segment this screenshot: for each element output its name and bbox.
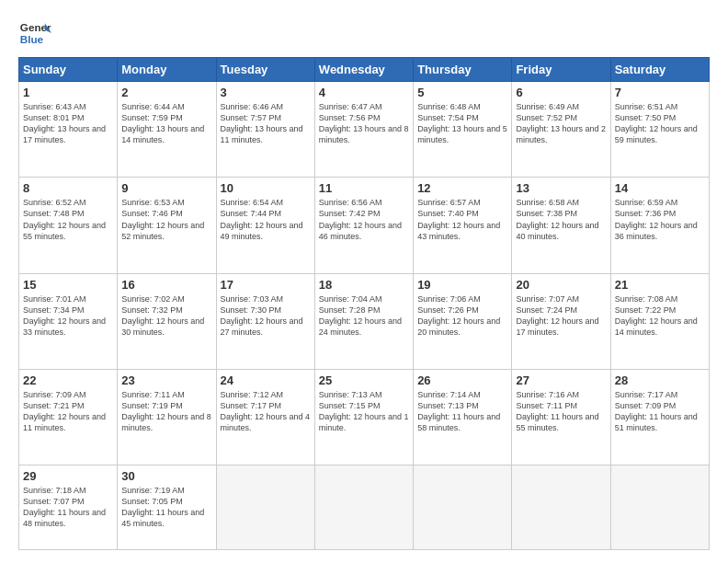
day-info: Sunrise: 6:54 AMSunset: 7:44 PMDaylight:… — [221, 198, 303, 240]
day-info: Sunrise: 7:09 AMSunset: 7:21 PMDaylight:… — [23, 390, 106, 432]
calendar-week-5: 29 Sunrise: 7:18 AMSunset: 7:07 PMDaylig… — [19, 465, 710, 550]
day-info: Sunrise: 6:44 AMSunset: 7:59 PMDaylight:… — [121, 102, 204, 144]
calendar-week-2: 8 Sunrise: 6:52 AMSunset: 7:48 PMDayligh… — [19, 178, 710, 273]
calendar-cell: 13 Sunrise: 6:58 AMSunset: 7:38 PMDaylig… — [512, 178, 610, 273]
day-number: 21 — [615, 278, 705, 292]
svg-text:Blue: Blue — [20, 33, 44, 45]
calendar-cell: 16 Sunrise: 7:02 AMSunset: 7:32 PMDaylig… — [118, 273, 216, 369]
day-info: Sunrise: 7:01 AMSunset: 7:34 PMDaylight:… — [23, 294, 106, 337]
calendar-week-3: 15 Sunrise: 7:01 AMSunset: 7:34 PMDaylig… — [19, 273, 710, 369]
day-info: Sunrise: 7:11 AMSunset: 7:19 PMDaylight:… — [121, 390, 211, 432]
day-info: Sunrise: 6:51 AMSunset: 7:50 PMDaylight:… — [615, 102, 698, 144]
day-info: Sunrise: 6:43 AMSunset: 8:01 PMDaylight:… — [23, 102, 106, 144]
calendar-cell: 24 Sunrise: 7:12 AMSunset: 7:17 PMDaylig… — [216, 369, 314, 465]
calendar-cell — [610, 465, 709, 550]
logo: General Blue — [18, 17, 51, 50]
calendar-cell — [414, 465, 512, 550]
calendar-cell: 10 Sunrise: 6:54 AMSunset: 7:44 PMDaylig… — [216, 178, 314, 273]
calendar-cell: 12 Sunrise: 6:57 AMSunset: 7:40 PMDaylig… — [414, 178, 512, 273]
weekday-header-wednesday: Wednesday — [314, 58, 413, 82]
calendar-cell: 30 Sunrise: 7:19 AMSunset: 7:05 PMDaylig… — [118, 465, 216, 550]
day-info: Sunrise: 7:12 AMSunset: 7:17 PMDaylight:… — [221, 390, 311, 432]
calendar-cell: 25 Sunrise: 7:13 AMSunset: 7:15 PMDaylig… — [314, 369, 413, 465]
day-number: 3 — [221, 86, 311, 99]
day-number: 13 — [516, 181, 606, 195]
day-number: 14 — [615, 181, 705, 195]
calendar-cell — [512, 465, 610, 550]
day-number: 15 — [23, 278, 113, 292]
day-number: 29 — [23, 469, 113, 483]
day-number: 19 — [417, 278, 507, 292]
weekday-header-row: SundayMondayTuesdayWednesdayThursdayFrid… — [19, 58, 710, 82]
day-number: 20 — [516, 278, 606, 292]
page: General Blue SundayMondayTuesdayWednesda… — [0, 0, 728, 563]
calendar-cell: 7 Sunrise: 6:51 AMSunset: 7:50 PMDayligh… — [610, 82, 709, 178]
calendar-week-1: 1 Sunrise: 6:43 AMSunset: 8:01 PMDayligh… — [19, 82, 710, 178]
day-info: Sunrise: 7:14 AMSunset: 7:13 PMDaylight:… — [417, 390, 500, 432]
weekday-header-friday: Friday — [512, 58, 610, 82]
calendar-cell: 8 Sunrise: 6:52 AMSunset: 7:48 PMDayligh… — [19, 178, 118, 273]
calendar-cell: 19 Sunrise: 7:06 AMSunset: 7:26 PMDaylig… — [414, 273, 512, 369]
day-info: Sunrise: 7:18 AMSunset: 7:07 PMDaylight:… — [23, 486, 106, 528]
day-number: 4 — [319, 86, 409, 99]
calendar-cell — [216, 465, 314, 550]
day-info: Sunrise: 7:17 AMSunset: 7:09 PMDaylight:… — [615, 390, 698, 432]
day-number: 25 — [319, 373, 409, 387]
weekday-header-saturday: Saturday — [610, 58, 709, 82]
day-info: Sunrise: 6:52 AMSunset: 7:48 PMDaylight:… — [23, 198, 106, 240]
calendar-table: SundayMondayTuesdayWednesdayThursdayFrid… — [18, 57, 710, 550]
day-number: 7 — [615, 86, 705, 99]
day-number: 16 — [121, 278, 211, 292]
day-number: 5 — [417, 86, 507, 99]
day-info: Sunrise: 7:02 AMSunset: 7:32 PMDaylight:… — [121, 294, 204, 337]
logo-icon: General Blue — [18, 17, 51, 50]
calendar-cell: 5 Sunrise: 6:48 AMSunset: 7:54 PMDayligh… — [414, 82, 512, 178]
day-info: Sunrise: 6:47 AMSunset: 7:56 PMDaylight:… — [319, 102, 409, 144]
calendar-cell: 14 Sunrise: 6:59 AMSunset: 7:36 PMDaylig… — [610, 178, 709, 273]
weekday-header-monday: Monday — [118, 58, 216, 82]
day-number: 1 — [23, 86, 113, 99]
day-number: 30 — [121, 469, 211, 483]
day-info: Sunrise: 7:19 AMSunset: 7:05 PMDaylight:… — [121, 486, 204, 528]
calendar-cell: 4 Sunrise: 6:47 AMSunset: 7:56 PMDayligh… — [314, 82, 413, 178]
day-info: Sunrise: 6:49 AMSunset: 7:52 PMDaylight:… — [516, 102, 606, 144]
day-info: Sunrise: 7:04 AMSunset: 7:28 PMDaylight:… — [319, 294, 402, 337]
day-number: 6 — [516, 86, 606, 99]
calendar-cell: 28 Sunrise: 7:17 AMSunset: 7:09 PMDaylig… — [610, 369, 709, 465]
calendar-cell: 18 Sunrise: 7:04 AMSunset: 7:28 PMDaylig… — [314, 273, 413, 369]
day-info: Sunrise: 6:46 AMSunset: 7:57 PMDaylight:… — [221, 102, 303, 144]
day-number: 9 — [121, 181, 211, 195]
calendar-cell: 23 Sunrise: 7:11 AMSunset: 7:19 PMDaylig… — [118, 369, 216, 465]
calendar-cell: 29 Sunrise: 7:18 AMSunset: 7:07 PMDaylig… — [19, 465, 118, 550]
day-info: Sunrise: 6:53 AMSunset: 7:46 PMDaylight:… — [121, 198, 204, 240]
day-number: 23 — [121, 373, 211, 387]
weekday-header-sunday: Sunday — [19, 58, 118, 82]
day-number: 18 — [319, 278, 409, 292]
calendar-cell: 15 Sunrise: 7:01 AMSunset: 7:34 PMDaylig… — [19, 273, 118, 369]
day-info: Sunrise: 6:56 AMSunset: 7:42 PMDaylight:… — [319, 198, 402, 240]
day-info: Sunrise: 6:58 AMSunset: 7:38 PMDaylight:… — [516, 198, 598, 240]
day-info: Sunrise: 7:06 AMSunset: 7:26 PMDaylight:… — [417, 294, 500, 337]
calendar-cell: 6 Sunrise: 6:49 AMSunset: 7:52 PMDayligh… — [512, 82, 610, 178]
calendar-cell — [314, 465, 413, 550]
day-info: Sunrise: 7:07 AMSunset: 7:24 PMDaylight:… — [516, 294, 598, 337]
calendar-cell: 26 Sunrise: 7:14 AMSunset: 7:13 PMDaylig… — [414, 369, 512, 465]
day-number: 24 — [221, 373, 311, 387]
calendar-cell: 3 Sunrise: 6:46 AMSunset: 7:57 PMDayligh… — [216, 82, 314, 178]
day-number: 12 — [417, 181, 507, 195]
day-number: 2 — [121, 86, 211, 99]
day-number: 10 — [221, 181, 311, 195]
calendar-cell: 21 Sunrise: 7:08 AMSunset: 7:22 PMDaylig… — [610, 273, 709, 369]
day-info: Sunrise: 6:59 AMSunset: 7:36 PMDaylight:… — [615, 198, 698, 240]
day-number: 28 — [615, 373, 705, 387]
day-info: Sunrise: 6:48 AMSunset: 7:54 PMDaylight:… — [417, 102, 507, 144]
day-number: 22 — [23, 373, 113, 387]
weekday-header-tuesday: Tuesday — [216, 58, 314, 82]
calendar-week-4: 22 Sunrise: 7:09 AMSunset: 7:21 PMDaylig… — [19, 369, 710, 465]
calendar-cell: 20 Sunrise: 7:07 AMSunset: 7:24 PMDaylig… — [512, 273, 610, 369]
calendar-cell: 22 Sunrise: 7:09 AMSunset: 7:21 PMDaylig… — [19, 369, 118, 465]
day-number: 26 — [417, 373, 507, 387]
day-info: Sunrise: 7:16 AMSunset: 7:11 PMDaylight:… — [516, 390, 598, 432]
day-info: Sunrise: 6:57 AMSunset: 7:40 PMDaylight:… — [417, 198, 500, 240]
calendar-cell: 17 Sunrise: 7:03 AMSunset: 7:30 PMDaylig… — [216, 273, 314, 369]
